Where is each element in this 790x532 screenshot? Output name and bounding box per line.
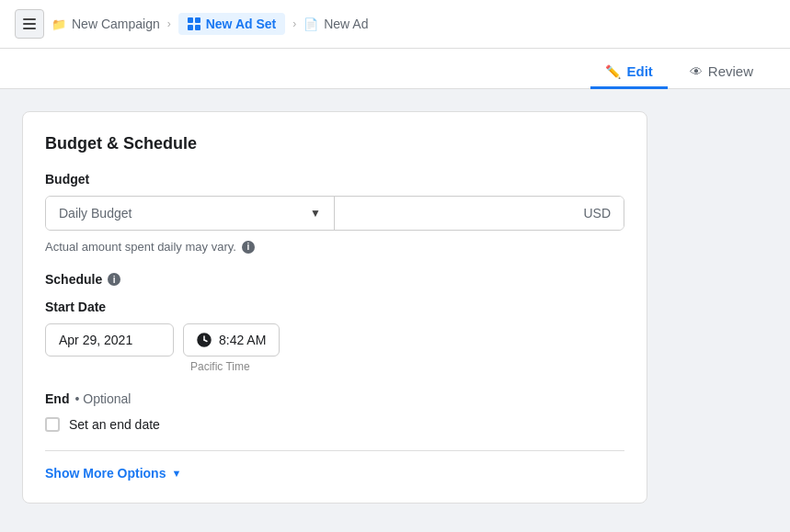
date-time-row: Apr 29, 2021 8:42 AM xyxy=(45,323,624,357)
timezone-label: Pacific Time xyxy=(190,360,624,373)
show-more-arrow-icon: ▼ xyxy=(171,468,181,479)
breadcrumb-new-ad[interactable]: 📄 New Ad xyxy=(303,17,368,31)
review-tab-label: Review xyxy=(708,63,753,79)
show-more-label: Show More Options xyxy=(45,466,166,481)
end-date-checkbox-row: Set an end date xyxy=(45,417,624,432)
start-time-value: 8:42 AM xyxy=(219,333,266,347)
start-date-input[interactable]: Apr 29, 2021 xyxy=(45,323,174,357)
optional-label: • Optional xyxy=(74,391,131,406)
tab-review[interactable]: 👁 Review xyxy=(675,56,768,89)
start-time-input[interactable]: 8:42 AM xyxy=(183,323,280,357)
budget-currency-field[interactable]: USD xyxy=(335,197,624,230)
breadcrumb-separator-1: › xyxy=(167,17,171,30)
new-ad-label: New Ad xyxy=(324,17,368,31)
breadcrumb-new-campaign[interactable]: 📁 New Campaign xyxy=(52,17,160,31)
edit-icon: ✏️ xyxy=(605,64,621,79)
budget-schedule-card: Budget & Schedule Budget Daily Budget ▼ … xyxy=(22,111,647,504)
sidebar-toggle-button[interactable] xyxy=(15,9,44,39)
breadcrumb-bar: 📁 New Campaign › New Ad Set › 📄 New Ad xyxy=(0,0,790,49)
currency-label: USD xyxy=(583,206,611,221)
budget-hint-text: Actual amount spent daily may vary. xyxy=(45,240,236,254)
budget-info-icon[interactable]: i xyxy=(242,241,255,254)
section-divider xyxy=(45,450,624,451)
start-date-value: Apr 29, 2021 xyxy=(59,333,132,347)
budget-type-dropdown[interactable]: Daily Budget ▼ xyxy=(46,197,335,230)
breadcrumb-new-adset[interactable]: New Ad Set xyxy=(178,13,286,35)
review-icon: 👁 xyxy=(690,64,703,79)
clock-icon xyxy=(197,333,212,347)
end-date-checkbox[interactable] xyxy=(45,417,60,432)
card-title: Budget & Schedule xyxy=(45,134,624,153)
main-content: Budget & Schedule Budget Daily Budget ▼ … xyxy=(0,89,790,526)
budget-type-text: Daily Budget xyxy=(59,206,132,221)
end-date-checkbox-label: Set an end date xyxy=(69,417,160,432)
end-label: End xyxy=(45,391,69,406)
budget-dropdown-arrow-icon: ▼ xyxy=(310,207,321,220)
schedule-label-row: Schedule i xyxy=(45,272,624,287)
new-adset-label: New Ad Set xyxy=(206,17,277,31)
new-campaign-label: New Campaign xyxy=(72,17,160,31)
schedule-info-icon[interactable]: i xyxy=(108,273,120,286)
schedule-section-label: Schedule xyxy=(45,272,102,287)
budget-section-label: Budget xyxy=(45,172,624,187)
adset-grid-icon xyxy=(188,17,200,30)
tab-edit[interactable]: ✏️ Edit xyxy=(590,56,667,89)
edit-tab-label: Edit xyxy=(626,63,652,79)
breadcrumb-separator-2: › xyxy=(292,17,296,30)
ad-icon: 📄 xyxy=(303,17,318,31)
campaign-icon: 📁 xyxy=(52,17,66,31)
budget-hint-row: Actual amount spent daily may vary. i xyxy=(45,240,624,254)
show-more-options-button[interactable]: Show More Options ▼ xyxy=(45,466,624,481)
start-date-label: Start Date xyxy=(45,300,624,314)
sidebar-toggle-icon xyxy=(23,18,36,29)
budget-row: Daily Budget ▼ USD xyxy=(45,196,624,231)
end-label-row: End • Optional xyxy=(45,391,624,406)
tab-bar: ✏️ Edit 👁 Review xyxy=(0,49,790,89)
